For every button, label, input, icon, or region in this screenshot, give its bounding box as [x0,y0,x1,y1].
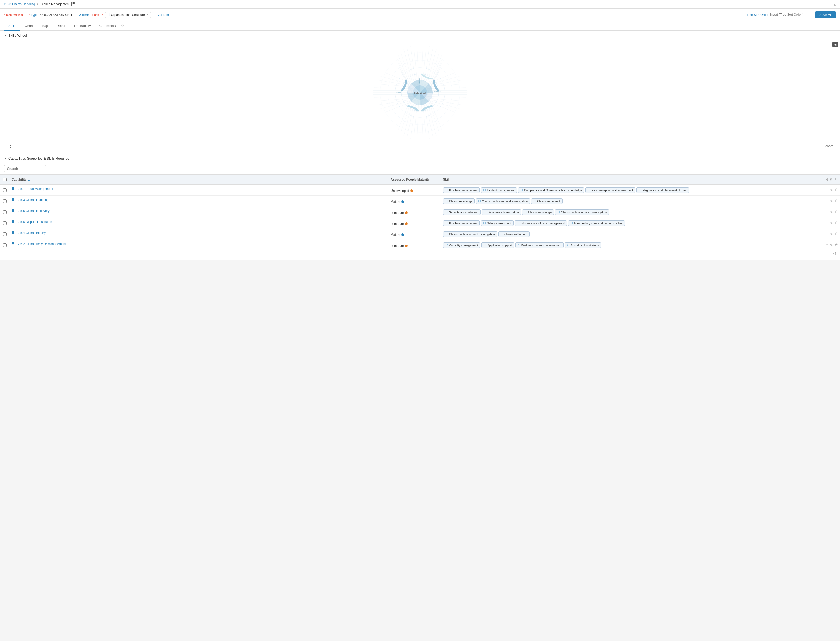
skill-tag[interactable]: ⚇Business process improvement [515,242,564,248]
row-actions-2: ⊕ ✎ 🗑 [819,197,840,204]
delete-action[interactable]: 🗑 [835,243,838,247]
delete-action[interactable]: 🗑 [835,232,838,236]
pin-action[interactable]: ⊕ [826,188,829,192]
skill-tag[interactable]: ⚇Claims settlement [531,198,562,204]
edit-action[interactable]: ✎ [830,232,833,236]
breadcrumb-parent[interactable]: 2.5.3 Claims Handling [4,2,35,6]
delete-action[interactable]: 🗑 [835,210,838,214]
cap-icon-4: ⠿ [11,220,16,224]
edit-action[interactable]: ✎ [830,243,833,247]
org-structure-tag[interactable]: ⠿ Organisational Structure ✕ [105,12,151,18]
tab-traceability[interactable]: Traceability [69,21,95,31]
maturity-3: Immature [388,208,440,216]
delete-action[interactable]: 🗑 [835,199,838,203]
maturity-dot-4[interactable] [405,222,408,225]
capability-col-header[interactable]: Capability ▲ [8,177,388,182]
capabilities-table: Capability ▲ Assessed People Maturity Sk… [0,174,840,251]
skill-tag[interactable]: ⚇Sustainability strategy [565,242,601,248]
cap-text-6[interactable]: 2.5.2 Claim Lifecycle Management [18,242,66,246]
skill-tag[interactable]: ⚇Claims notification and investigation [443,231,497,237]
maturity-dot-1[interactable] [410,190,413,192]
tree-sort-input[interactable] [770,13,812,17]
cap-text-5[interactable]: 2.5.4 Claims Inquiry [18,231,46,235]
skill-tag[interactable]: ⚇Claims notification and investigation [555,209,609,215]
skill-tag[interactable]: ⚇Compliance and Operational Risk Knowled… [518,187,584,193]
skill-tag[interactable]: ⚇Claims notification and investigation [476,198,530,204]
row-checkbox-3[interactable] [0,208,8,214]
parent-label: Parent * [92,13,103,17]
cap-text-4[interactable]: 2.5.6 Dispute Resolution [18,220,52,224]
breadcrumb-separator: > [37,2,39,6]
maturity-dot-3[interactable] [405,211,408,214]
skill-tag[interactable]: ⚇Problem management [443,221,480,226]
skill-tag[interactable]: ⚇Incident management [481,187,517,193]
skill-tag[interactable]: ⚇Risk perception and assessment [585,187,636,193]
row-checkbox-2[interactable] [0,197,8,203]
delete-action[interactable]: 🗑 [835,221,838,225]
row-actions-1: ⊕ ✎ 🗑 [819,186,840,193]
table-row: ⠿ 2.5.3 Claims Handling Mature ⚇Claims k… [0,196,840,207]
row-checkbox-5[interactable] [0,230,8,236]
skill-tag[interactable]: ⚇Claims knowledge [522,209,554,215]
skill-tag[interactable]: ⚇Problem management [443,187,480,193]
tab-detail[interactable]: Detail [52,21,69,31]
col-settings-icon[interactable]: ⚙ [830,178,833,181]
save-icon[interactable]: 💾 [71,2,76,6]
skill-tag[interactable]: ⚇Database administration [481,209,521,215]
skill-tag[interactable]: ⚇Claims settlement [498,231,529,237]
cap-text-1[interactable]: 2.5.7 Fraud Management [18,187,53,191]
skill-tag[interactable]: ⚇Negotiation and placement of risks [636,187,689,193]
row-checkbox-4[interactable] [0,219,8,225]
cap-section-header[interactable]: ▼ Capabilities Supported & Skills Requir… [0,154,840,163]
skill-tag[interactable]: ⚇Security administration [443,209,481,215]
edit-action[interactable]: ✎ [830,221,833,225]
skills-wheel-header[interactable]: ▼ Skills Wheel [0,31,840,40]
cap-text-2[interactable]: 2.5.3 Claims Handling [18,198,48,202]
select-all-checkbox[interactable] [3,178,6,181]
tab-chart[interactable]: Chart [21,21,37,31]
tab-comments[interactable]: Comments [95,21,120,31]
pin-action[interactable]: ⊕ [826,210,829,214]
search-input[interactable] [4,165,46,172]
expand-icon[interactable]: ⛶ [7,144,11,149]
col-more-icon[interactable]: ⋮ [834,178,837,181]
skill-tag[interactable]: ⚇Claims knowledge [443,198,475,204]
maturity-2: Mature [388,197,440,205]
svg-line-65 [378,99,415,105]
skill-tag[interactable]: ⚇Capacity management [443,242,480,248]
col-add-icon[interactable]: ⊕ [826,178,829,181]
skill-tag[interactable]: ⚇Safety assessment [481,221,513,226]
tab-skills[interactable]: Skills [4,21,21,31]
skill-tag[interactable]: ⚇Intermediary roles and responsibilities [568,221,625,226]
edit-action[interactable]: ✎ [830,188,833,192]
maturity-dot-2[interactable] [401,200,404,203]
cap-collapse-arrow: ▼ [4,157,7,160]
skill-tag[interactable]: ⚇Information and data management [515,221,567,226]
row-checkbox-6[interactable] [0,242,8,247]
capability-name-3: ⠿ 2.5.5 Claims Recovery [8,208,388,214]
pin-action[interactable]: ⊕ [826,243,829,247]
delete-action[interactable]: 🗑 [835,188,838,192]
save-all-button[interactable]: Save All [815,11,836,18]
edit-action[interactable]: ✎ [830,210,833,214]
maturity-dot-6[interactable] [405,245,408,247]
settings-icon[interactable]: ☆ [121,24,124,28]
add-item-button[interactable]: + Add item [154,13,169,17]
toolbar: * required field * Type ORGANISATION UNI… [0,9,840,21]
pin-action[interactable]: ⊕ [826,232,829,236]
cap-text-3[interactable]: 2.5.5 Claims Recovery [18,209,50,213]
svg-line-34 [424,99,430,139]
pin-action[interactable]: ⊕ [826,199,829,203]
edit-action[interactable]: ✎ [830,199,833,203]
svg-text:Core Co...: Core Co... [418,103,420,108]
skill-tag[interactable]: ⚇Application support [481,242,514,248]
clear-button[interactable]: ⚙ clear [78,13,89,17]
panel-collapse-button[interactable]: ◀ [832,42,838,47]
zoom-button[interactable]: Zoom [825,144,833,149]
row-checkbox-1[interactable] [0,186,8,192]
maturity-dot-5[interactable] [401,234,404,236]
pin-action[interactable]: ⊕ [826,221,829,225]
tab-map[interactable]: Map [37,21,52,31]
cap-icon-3: ⠿ [11,209,16,213]
org-tag-close[interactable]: ✕ [146,13,148,16]
